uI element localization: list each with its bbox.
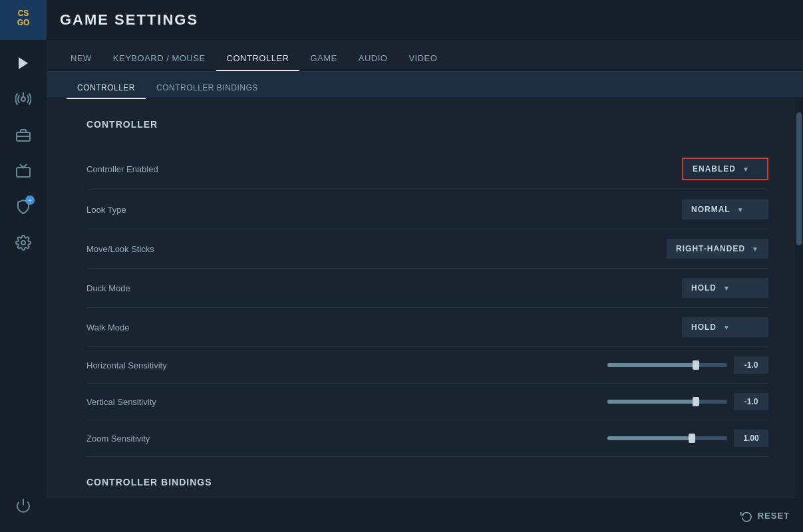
setting-vertical-sensitivity: Vertical Sensitivity -1.0 [86, 384, 768, 420]
vertical-sensitivity-thumb [693, 397, 699, 406]
sidebar-bottom [7, 489, 40, 532]
svg-marker-3 [19, 57, 28, 69]
walk-mode-arrow: ▼ [723, 324, 730, 331]
reset-icon [740, 510, 752, 522]
scrollbar-thumb[interactable] [796, 112, 802, 245]
walk-mode-dropdown[interactable]: HOLD ▼ [682, 317, 768, 337]
scrollbar-track[interactable] [795, 99, 803, 499]
main-content: GAME SETTINGS New Keyboard / Mouse Contr… [47, 0, 803, 532]
controller-enabled-arrow: ▼ [742, 166, 750, 173]
reset-button[interactable]: RESET [740, 510, 790, 522]
page-title: GAME SETTINGS [60, 11, 198, 29]
walk-mode-control: HOLD ▼ [682, 317, 768, 337]
setting-duck-mode: Duck Mode HOLD ▼ [86, 269, 768, 308]
horizontal-sensitivity-fill [607, 363, 697, 367]
tab-video[interactable]: Video [398, 47, 448, 71]
setting-zoom-sensitivity: Zoom Sensitivity 1.00 [86, 420, 768, 457]
sidebar-item-shield[interactable]: + [7, 190, 40, 223]
duck-mode-label: Duck Mode [86, 283, 682, 293]
sidebar-item-antenna[interactable] [7, 82, 40, 116]
move-look-sticks-label: Move/Look Sticks [86, 244, 667, 254]
tab-new[interactable]: New [60, 47, 102, 71]
walk-mode-label: Walk Mode [86, 323, 682, 332]
app-logo: CS GO [0, 0, 47, 40]
zoom-sensitivity-value: 1.00 [734, 430, 768, 447]
vertical-sensitivity-control: -1.0 [607, 393, 768, 410]
look-type-value: NORMAL [691, 205, 730, 214]
sidebar-item-watch[interactable] [7, 154, 40, 188]
content-area: Controller Controller Enabled ENABLED ▼ … [47, 99, 803, 499]
subtab-controller-bindings[interactable]: Controller Bindings [146, 78, 269, 99]
top-nav: New Keyboard / Mouse Controller Game Aud… [47, 40, 803, 71]
vertical-sensitivity-value: -1.0 [734, 393, 768, 410]
duck-mode-value: HOLD [691, 283, 717, 293]
sidebar-item-inventory[interactable] [7, 118, 40, 152]
controller-section-title: Controller [86, 119, 768, 135]
setting-controller-enabled: Controller Enabled ENABLED ▼ [86, 148, 768, 190]
duck-mode-dropdown[interactable]: HOLD ▼ [682, 278, 768, 298]
sidebar: CS GO [0, 0, 47, 532]
duck-mode-control: HOLD ▼ [682, 278, 768, 298]
shield-badge: + [25, 196, 35, 205]
bindings-section-title: Controller Bindings [86, 477, 768, 493]
horizontal-sensitivity-slider[interactable] [607, 363, 727, 367]
controller-enabled-label: Controller Enabled [86, 164, 682, 174]
duck-mode-arrow: ▼ [723, 285, 730, 292]
controller-enabled-value: ENABLED [693, 164, 736, 174]
sidebar-item-play[interactable] [7, 47, 40, 80]
svg-text:GO: GO [17, 18, 30, 27]
walk-mode-value: HOLD [691, 323, 717, 332]
vertical-sensitivity-label: Vertical Sensitivity [86, 397, 607, 407]
move-look-sticks-dropdown[interactable]: RIGHT-HANDED ▼ [667, 239, 768, 259]
horizontal-sensitivity-value: -1.0 [734, 356, 768, 374]
move-look-sticks-value: RIGHT-HANDED [676, 244, 745, 253]
look-type-arrow: ▼ [737, 206, 744, 213]
tab-audio[interactable]: Audio [348, 47, 399, 71]
footer: RESET [47, 499, 803, 532]
zoom-sensitivity-slider[interactable] [607, 436, 727, 440]
svg-text:CS: CS [18, 9, 29, 18]
reset-label: RESET [758, 511, 790, 521]
horizontal-sensitivity-thumb [693, 360, 699, 370]
move-look-sticks-control: RIGHT-HANDED ▼ [667, 239, 768, 259]
move-look-sticks-arrow: ▼ [752, 245, 759, 253]
controller-enabled-dropdown[interactable]: ENABLED ▼ [682, 158, 768, 180]
tab-keyboard-mouse[interactable]: Keyboard / Mouse [102, 47, 216, 71]
zoom-sensitivity-thumb [689, 434, 695, 443]
look-type-control: NORMAL ▼ [682, 200, 768, 219]
sub-nav: Controller Controller Bindings [47, 71, 803, 99]
svg-rect-8 [17, 168, 30, 177]
tab-game[interactable]: Game [299, 47, 347, 71]
look-type-dropdown[interactable]: NORMAL ▼ [682, 200, 768, 219]
header: GAME SETTINGS [47, 0, 803, 40]
settings-panel: Controller Controller Enabled ENABLED ▼ … [47, 99, 795, 499]
horizontal-sensitivity-label: Horizontal Sensitivity [86, 360, 607, 370]
zoom-sensitivity-label: Zoom Sensitivity [86, 434, 607, 444]
svg-point-9 [21, 241, 25, 245]
setting-move-look-sticks: Move/Look Sticks RIGHT-HANDED ▼ [86, 229, 768, 269]
tab-controller[interactable]: Controller [216, 47, 300, 71]
zoom-sensitivity-control: 1.00 [607, 430, 768, 447]
sidebar-item-power[interactable] [7, 489, 40, 522]
sidebar-nav: + [7, 40, 40, 489]
svg-point-4 [21, 97, 25, 101]
setting-look-type: Look Type NORMAL ▼ [86, 190, 768, 229]
setting-horizontal-sensitivity: Horizontal Sensitivity -1.0 [86, 347, 768, 384]
look-type-label: Look Type [86, 205, 682, 215]
sidebar-item-settings[interactable] [7, 226, 40, 259]
subtab-controller[interactable]: Controller [67, 78, 146, 99]
setting-walk-mode: Walk Mode HOLD ▼ [86, 308, 768, 347]
vertical-sensitivity-fill [607, 400, 697, 404]
controller-enabled-control: ENABLED ▼ [682, 158, 768, 180]
zoom-sensitivity-fill [607, 436, 694, 440]
horizontal-sensitivity-control: -1.0 [607, 356, 768, 374]
vertical-sensitivity-slider[interactable] [607, 400, 727, 404]
